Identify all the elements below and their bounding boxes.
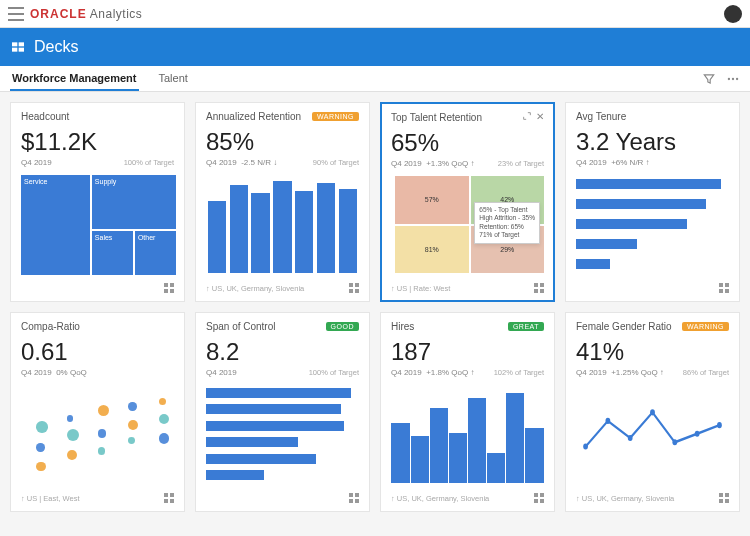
grid-icon[interactable]: [164, 493, 174, 503]
svg-rect-14: [355, 289, 359, 293]
svg-rect-25: [164, 499, 168, 503]
tab-talent[interactable]: Talent: [157, 66, 190, 91]
filter-icon[interactable]: [702, 72, 716, 86]
tab-workforce-management[interactable]: Workforce Management: [10, 66, 139, 91]
svg-rect-2: [12, 48, 17, 52]
quad-cell: 81%: [395, 226, 469, 274]
decks-icon: [10, 39, 26, 55]
svg-rect-28: [355, 493, 359, 497]
svg-rect-32: [540, 493, 544, 497]
kpi-target: 86% of Target: [683, 368, 729, 377]
svg-point-5: [732, 77, 734, 79]
more-icon[interactable]: [726, 72, 740, 86]
tooltip: 65% - Top Talent High Attrition - 35% Re…: [474, 202, 540, 244]
grid-icon[interactable]: [719, 493, 729, 503]
svg-point-38: [650, 409, 655, 415]
chart-bar: [391, 383, 544, 493]
svg-rect-3: [19, 48, 24, 52]
svg-point-6: [736, 77, 738, 79]
svg-point-36: [605, 418, 610, 424]
status-badge: GOOD: [326, 322, 359, 331]
treemap-cell: Sales: [92, 231, 133, 275]
grid-icon[interactable]: [349, 283, 359, 293]
grid-icon[interactable]: [164, 283, 174, 293]
kpi-value: 85%: [206, 128, 359, 156]
card-span[interactable]: Span of Control GOOD 8.2 Q4 2019 100% of…: [195, 312, 370, 512]
quad-cell: 57%: [395, 176, 469, 224]
svg-rect-30: [355, 499, 359, 503]
treemap-cell: Supply: [92, 175, 176, 229]
status-badge: WARNING: [682, 322, 729, 331]
svg-rect-20: [725, 283, 729, 287]
svg-rect-45: [725, 499, 729, 503]
tab-bar: Workforce Management Talent: [0, 66, 750, 92]
svg-rect-26: [170, 499, 174, 503]
svg-rect-22: [725, 289, 729, 293]
svg-rect-7: [164, 283, 168, 287]
kpi-value: 187: [391, 338, 544, 366]
close-icon[interactable]: ✕: [536, 111, 544, 123]
status-badge: GREAT: [508, 322, 544, 331]
svg-rect-34: [540, 499, 544, 503]
treemap-cell: Other: [135, 231, 176, 275]
svg-rect-17: [534, 289, 538, 293]
svg-rect-15: [534, 283, 538, 287]
card-title: Top Talent Retention: [391, 112, 482, 123]
svg-point-35: [583, 444, 588, 450]
svg-rect-12: [355, 283, 359, 287]
grid-icon[interactable]: [534, 493, 544, 503]
card-headcount[interactable]: Headcount $11.2K Q4 2019 100% of Target …: [10, 102, 185, 302]
svg-rect-18: [540, 289, 544, 293]
kpi-value: 8.2: [206, 338, 359, 366]
page-title: Decks: [34, 38, 78, 56]
svg-rect-44: [719, 499, 723, 503]
top-bar: ORACLE Analytics: [0, 0, 750, 28]
card-title: Hires: [391, 321, 414, 332]
svg-rect-42: [719, 493, 723, 497]
avatar[interactable]: [724, 5, 742, 23]
chart-hbar: [576, 173, 729, 283]
svg-point-37: [628, 435, 633, 441]
chart-quadrant: 57% 42% 81% 29% 65% - Top Talent High At…: [391, 174, 544, 283]
svg-rect-21: [719, 289, 723, 293]
menu-icon[interactable]: [8, 7, 24, 21]
card-compa[interactable]: Compa-Ratio 0.61 Q4 2019 0% QoQ ↑ US | E…: [10, 312, 185, 512]
svg-rect-43: [725, 493, 729, 497]
kpi-target: 102% of Target: [494, 368, 544, 377]
kpi-value: 3.2 Years: [576, 128, 729, 156]
expand-icon[interactable]: [522, 111, 532, 123]
svg-point-40: [695, 431, 700, 437]
chart-treemap: Service Supply Sales Other: [21, 173, 174, 283]
chart-scatter: [21, 383, 174, 493]
status-badge: WARNING: [312, 112, 359, 121]
grid-icon[interactable]: [719, 283, 729, 293]
svg-rect-19: [719, 283, 723, 287]
grid-icon[interactable]: [534, 283, 544, 293]
svg-point-41: [717, 422, 722, 428]
grid-icon[interactable]: [349, 493, 359, 503]
svg-point-39: [672, 439, 677, 445]
card-tenure[interactable]: Avg Tenure 3.2 Years Q4 2019 +6% N/R ↑: [565, 102, 740, 302]
chart-line: [576, 383, 729, 493]
svg-rect-8: [170, 283, 174, 287]
card-title: Headcount: [21, 111, 69, 122]
card-title: Span of Control: [206, 321, 276, 332]
kpi-target: 90% of Target: [313, 158, 359, 167]
kpi-period: Q4 2019: [21, 158, 52, 167]
card-top-talent[interactable]: Top Talent Retention ✕ 65% Q4 2019 +1.3%…: [380, 102, 555, 302]
chart-bar: [206, 173, 359, 283]
chart-hbar: [206, 383, 359, 493]
card-gender[interactable]: Female Gender Ratio WARNING 41% Q4 2019 …: [565, 312, 740, 512]
svg-rect-23: [164, 493, 168, 497]
brand: ORACLE Analytics: [30, 7, 142, 21]
kpi-target: 23% of Target: [498, 159, 544, 168]
svg-rect-11: [349, 283, 353, 287]
card-grid: Headcount $11.2K Q4 2019 100% of Target …: [0, 92, 750, 522]
kpi-value: $11.2K: [21, 128, 174, 156]
kpi-target: 100% of Target: [124, 158, 174, 167]
svg-rect-24: [170, 493, 174, 497]
svg-rect-29: [349, 499, 353, 503]
page-header: Decks: [0, 28, 750, 66]
card-retention[interactable]: Annualized Retention WARNING 85% Q4 2019…: [195, 102, 370, 302]
card-hires[interactable]: Hires GREAT 187 Q4 2019 +1.8% QoQ ↑ 102%…: [380, 312, 555, 512]
